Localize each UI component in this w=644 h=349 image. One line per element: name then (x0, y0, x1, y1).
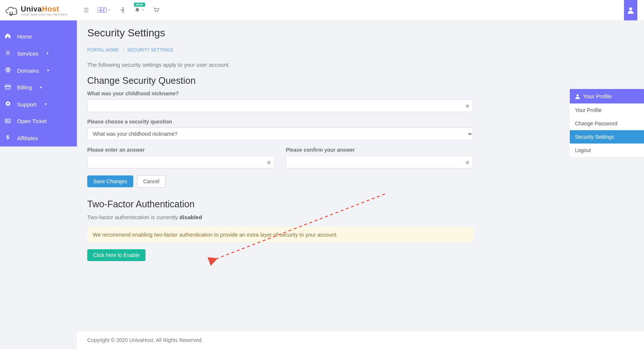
sidebar-item-billing[interactable]: Billing▼ (0, 79, 77, 96)
chevron-down-icon: ▼ (46, 52, 49, 55)
logo-accent: Host (42, 5, 59, 13)
sidebar-item-label: Home (17, 33, 32, 40)
logo-main: Univa (21, 5, 42, 13)
logo[interactable]: UnivaHost YOUR WEB HOSTING PARTNER (0, 0, 77, 20)
save-button[interactable]: Save Changes (87, 175, 133, 187)
svg-point-11 (157, 11, 158, 12)
cancel-button[interactable]: Cancel (137, 175, 166, 188)
cloud-logo-icon (4, 5, 19, 16)
life-icon (4, 101, 11, 108)
profile-item-your-profile[interactable]: Your Profile (570, 103, 644, 117)
svg-rect-5 (5, 86, 10, 87)
enable-tfa-button[interactable]: Click here to Enable (87, 249, 146, 261)
menu-toggle-icon[interactable]: ☰ (84, 7, 89, 14)
ticket-icon (4, 118, 11, 124)
sidebar-item-label: Affiliates (17, 135, 38, 141)
logout-icon[interactable] (120, 7, 125, 13)
page-title: Security Settings (87, 27, 634, 39)
sidebar-item-label: Support (17, 101, 37, 108)
globe-icon (4, 67, 11, 74)
topbar: ☰ AZ▼ NEW ▼ (77, 0, 644, 20)
profile-item-security-settings[interactable]: Security Settings (570, 130, 644, 144)
security-question-select[interactable]: What was your childhood nickname? (87, 128, 473, 140)
sidebar-item-support[interactable]: Support▼ (0, 96, 77, 113)
sidebar-item-domains[interactable]: Domains▼ (0, 62, 77, 79)
sidebar-item-open-ticket[interactable]: Open Ticket (0, 113, 77, 129)
label-answer: Please enter an answer (87, 147, 275, 153)
language-switcher[interactable]: AZ▼ (98, 7, 111, 13)
breadcrumb-home[interactable]: PORTAL HOME (87, 47, 119, 53)
user-icon (575, 94, 580, 99)
svg-point-10 (155, 11, 156, 12)
sidebar-item-services[interactable]: Services▼ (0, 45, 77, 62)
breadcrumb: PORTAL HOME / SECURITY SETTINGS (87, 47, 634, 53)
sidebar-item-label: Services (17, 50, 39, 57)
chevron-down-icon: ▼ (44, 102, 48, 106)
chevron-down-icon: ▼ (39, 86, 43, 89)
gear-icon (4, 50, 11, 57)
profile-item-logout[interactable]: Logout (570, 144, 644, 157)
svg-point-7 (7, 103, 9, 105)
sidebar-item-label: Billing (17, 84, 32, 90)
logo-tagline: YOUR WEB HOSTING PARTNER (21, 13, 68, 16)
label-current-question: What was your childhood nickname? (87, 90, 473, 96)
sidebar-item-home[interactable]: Home (0, 28, 77, 45)
section-tfa: Two-Factor Authentication (87, 199, 473, 210)
svg-point-13 (576, 94, 579, 96)
profile-item-change-password[interactable]: Change Password (570, 117, 644, 130)
svg-text:$: $ (6, 135, 9, 140)
card-icon (4, 85, 11, 90)
tfa-status: Two-factor authentication is currently d… (87, 214, 473, 220)
confirm-answer-input[interactable] (286, 156, 473, 168)
label-confirm: Please confirm your answer (286, 147, 473, 153)
chevron-down-icon: ▼ (46, 69, 50, 72)
home-icon (4, 33, 11, 40)
footer: Copyright © 2020 UnivaHost. All Rights R… (77, 331, 644, 349)
tfa-recommend-alert: We recommend enabling two-factor authent… (87, 227, 473, 243)
current-question-input[interactable] (87, 99, 473, 112)
section-security-question: Change Security Question (87, 75, 473, 86)
sidebar-item-label: Domains (17, 68, 39, 74)
cart-icon[interactable] (153, 7, 160, 13)
dollar-icon: $ (4, 135, 11, 141)
breadcrumb-current[interactable]: SECURITY SETTINGS (127, 47, 173, 53)
svg-point-2 (7, 52, 9, 54)
notifications-icon[interactable]: NEW ▼ (134, 7, 144, 13)
profile-panel-head: Your Profile (570, 89, 644, 103)
user-avatar[interactable] (624, 0, 637, 20)
label-choose-question: Please choose a security question (87, 119, 473, 125)
profile-panel: Your Profile Your ProfileChange Password… (570, 89, 644, 157)
intro-text: The following security settings apply to… (87, 62, 473, 68)
svg-point-12 (629, 7, 632, 10)
answer-input[interactable] (87, 156, 275, 168)
sidebar-item-affiliates[interactable]: $Affiliates (0, 129, 77, 146)
sidebar-item-label: Open Ticket (17, 118, 47, 124)
